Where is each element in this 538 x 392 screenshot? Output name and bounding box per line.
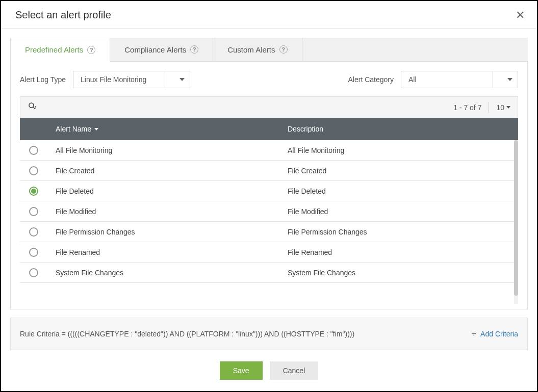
alert-name-cell: File Created — [56, 167, 288, 175]
tab-label: Custom Alerts — [227, 45, 275, 54]
page-size-selector[interactable]: 10 — [496, 103, 510, 112]
alert-name-cell: System File Changes — [56, 269, 288, 277]
alert-desc-cell: File Renamed — [288, 248, 518, 256]
cancel-button[interactable]: Cancel — [270, 361, 319, 380]
scrollbar[interactable] — [514, 140, 518, 304]
help-icon[interactable]: ? — [87, 46, 95, 54]
table-row[interactable]: File DeletedFile Deleted — [20, 181, 518, 201]
add-criteria-label: Add Criteria — [480, 330, 518, 338]
col-desc-label: Description — [288, 125, 323, 133]
save-button[interactable]: Save — [220, 361, 263, 380]
alert-name-cell: File Deleted — [56, 187, 288, 195]
chevron-down-icon — [165, 71, 185, 88]
add-criteria-link[interactable]: + Add Criteria — [472, 329, 518, 338]
svg-point-0 — [29, 103, 34, 108]
radio-button[interactable] — [29, 268, 38, 277]
radio-cell — [20, 207, 56, 216]
table-header: Alert Name Description — [20, 118, 518, 140]
criteria-panel: Rule Criteria = (((((CHANGETYPE : "delet… — [10, 318, 528, 350]
alert-profile-modal: Select an alert profile ✕ Predefined Ale… — [0, 0, 538, 392]
page-size-value: 10 — [496, 103, 504, 112]
plus-icon: + — [472, 329, 476, 338]
tab-predefined-alerts[interactable]: Predefined Alerts ? — [10, 38, 110, 62]
filter-row: Alert Log Type Linux File Monitoring Ale… — [20, 71, 518, 88]
tab-label: Compliance Alerts — [124, 45, 186, 54]
category-value: All — [408, 75, 417, 84]
pagination-text: 1 - 7 of 7 — [453, 103, 481, 112]
scrollbar-thumb[interactable] — [514, 140, 518, 296]
alert-name-cell: All File Monitoring — [56, 146, 288, 154]
table-row[interactable]: System File ChangesSystem File Changes — [20, 263, 518, 283]
table-row[interactable]: File ModifiedFile Modified — [20, 201, 518, 222]
col-header-description[interactable]: Description — [288, 125, 518, 133]
table-row[interactable]: File RenamedFile Renamed — [20, 242, 518, 263]
radio-cell — [20, 248, 56, 257]
table-wrap: Alert Name Description All File Monitori… — [20, 118, 518, 304]
radio-cell — [20, 146, 56, 155]
help-icon[interactable]: ? — [190, 45, 198, 54]
alert-desc-cell: File Modified — [288, 207, 518, 216]
radio-button[interactable] — [29, 166, 38, 175]
log-type-label: Alert Log Type — [20, 75, 66, 84]
divider — [489, 102, 489, 113]
alert-desc-cell: File Deleted — [288, 187, 518, 195]
alert-name-cell: File Modified — [56, 207, 288, 216]
tab-label: Predefined Alerts — [25, 45, 83, 54]
toolbar-right: 1 - 7 of 7 10 — [453, 102, 510, 113]
radio-button[interactable] — [29, 227, 38, 237]
radio-cell — [20, 268, 56, 277]
modal-header: Select an alert profile ✕ — [1, 1, 537, 29]
search-icon[interactable] — [28, 101, 37, 113]
table-toolbar: 1 - 7 of 7 10 — [20, 96, 518, 118]
category-label: Alert Category — [348, 75, 394, 84]
radio-cell — [20, 187, 56, 196]
table-body[interactable]: All File MonitoringAll File MonitoringFi… — [20, 140, 518, 304]
table-row[interactable]: All File MonitoringAll File Monitoring — [20, 140, 518, 161]
radio-cell — [20, 166, 56, 175]
alert-desc-cell: All File Monitoring — [288, 146, 518, 154]
radio-button[interactable] — [29, 187, 38, 196]
alert-name-cell: File Renamed — [56, 248, 288, 256]
modal-footer: Save Cancel — [1, 350, 537, 391]
radio-button[interactable] — [29, 146, 38, 155]
filter-group-log-type: Alert Log Type Linux File Monitoring — [20, 71, 190, 88]
log-type-dropdown[interactable]: Linux File Monitoring — [73, 71, 190, 88]
tab-content: Alert Log Type Linux File Monitoring Ale… — [10, 62, 528, 309]
modal-title: Select an alert profile — [15, 9, 111, 21]
modal-body: Predefined Alerts ? Compliance Alerts ? … — [1, 29, 537, 350]
filter-group-category: Alert Category All — [348, 71, 518, 88]
radio-button[interactable] — [29, 207, 38, 216]
alert-desc-cell: File Created — [288, 167, 518, 175]
alert-desc-cell: System File Changes — [288, 269, 518, 277]
table-row[interactable]: File Permission ChangesFile Permission C… — [20, 222, 518, 242]
category-dropdown[interactable]: All — [401, 71, 518, 88]
tab-bar: Predefined Alerts ? Compliance Alerts ? … — [10, 38, 528, 62]
col-header-name[interactable]: Alert Name — [56, 125, 288, 133]
chevron-down-icon — [506, 106, 510, 109]
alert-name-cell: File Permission Changes — [56, 228, 288, 236]
help-icon[interactable]: ? — [279, 45, 288, 54]
col-name-label: Alert Name — [56, 125, 91, 133]
radio-button[interactable] — [29, 248, 38, 257]
log-type-value: Linux File Monitoring — [81, 75, 146, 84]
tab-compliance-alerts[interactable]: Compliance Alerts ? — [110, 38, 213, 61]
table-row[interactable]: File CreatedFile Created — [20, 161, 518, 181]
radio-cell — [20, 227, 56, 237]
close-icon[interactable]: ✕ — [516, 10, 525, 21]
tab-custom-alerts[interactable]: Custom Alerts ? — [213, 38, 302, 61]
rule-criteria-text: Rule Criteria = (((((CHANGETYPE : "delet… — [20, 330, 354, 338]
alert-desc-cell: File Permission Changes — [288, 228, 518, 236]
sort-desc-icon — [94, 128, 98, 130]
chevron-down-icon — [493, 71, 513, 88]
